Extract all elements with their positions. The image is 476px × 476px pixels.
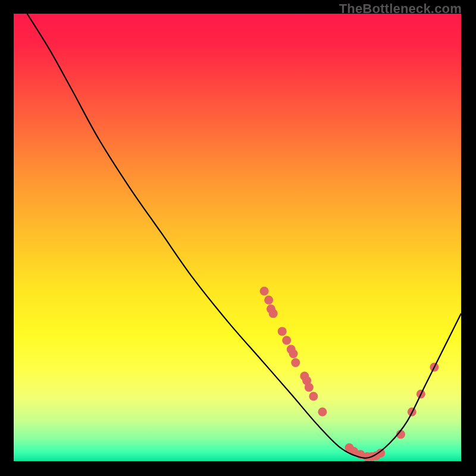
scatter-point <box>289 349 298 358</box>
scatter-point <box>264 296 273 305</box>
scatter-point <box>309 392 318 400</box>
scatter-point <box>278 327 287 336</box>
bottleneck-curve <box>27 14 461 458</box>
watermark-text: TheBottleneck.com <box>339 1 462 17</box>
scatter-point <box>269 309 278 318</box>
scatter-point <box>282 336 291 345</box>
scatter-point <box>305 383 314 392</box>
scatter-point <box>291 358 300 367</box>
chart-plot-area <box>14 14 461 461</box>
scatter-layer <box>260 287 439 461</box>
scatter-point <box>260 287 269 296</box>
chart-svg <box>14 14 461 461</box>
scatter-point <box>318 408 327 416</box>
